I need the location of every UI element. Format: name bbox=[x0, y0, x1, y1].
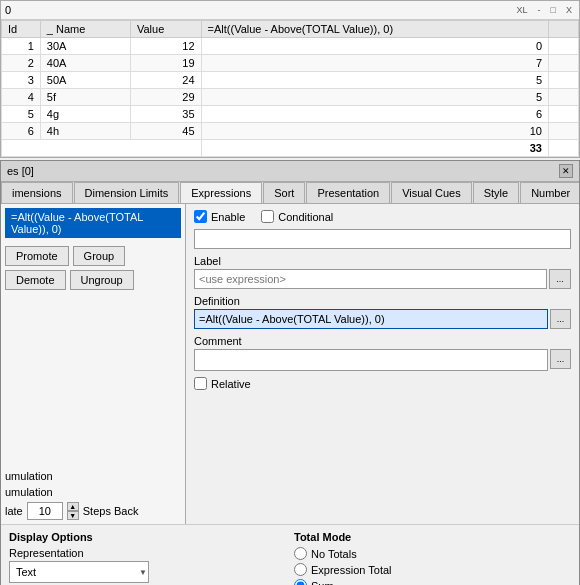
comment-title: Comment bbox=[194, 335, 571, 347]
comment-group: Comment ... bbox=[194, 335, 571, 371]
maximize-icon[interactable]: □ bbox=[548, 3, 559, 17]
sum-label: Sum bbox=[311, 580, 334, 586]
table-row[interactable]: 3 50A 24 5 bbox=[2, 72, 579, 89]
sum-row: Sum bbox=[294, 579, 571, 585]
table-row[interactable]: 6 4h 45 10 bbox=[2, 123, 579, 140]
cell-value: 19 bbox=[130, 55, 201, 72]
tab-style[interactable]: Style bbox=[473, 182, 519, 203]
cell-extra bbox=[549, 38, 579, 55]
cell-calc: 10 bbox=[201, 123, 548, 140]
tab-number[interactable]: Number bbox=[520, 182, 579, 203]
xl-icon[interactable]: XL bbox=[514, 3, 531, 17]
table-total-row: 33 bbox=[2, 140, 579, 157]
steps-input[interactable] bbox=[27, 502, 63, 520]
left-buttons: Promote Group Demote Ungroup bbox=[5, 246, 181, 290]
left-bottom: umulation umulation late ▲ ▼ Steps Back bbox=[5, 470, 181, 520]
representation-select[interactable]: Text Image Gauge Mini Chart bbox=[9, 561, 149, 583]
relative-checkbox-label[interactable]: Relative bbox=[194, 377, 251, 390]
cell-id: 5 bbox=[2, 106, 41, 123]
enable-checkbox-label[interactable]: Enable bbox=[194, 210, 245, 223]
cell-value: 35 bbox=[130, 106, 201, 123]
expression-total-radio[interactable] bbox=[294, 563, 307, 576]
cell-value: 29 bbox=[130, 89, 201, 106]
label-browse-button[interactable]: ... bbox=[549, 269, 571, 289]
total-mode: Total Mode No Totals Expression Total Su… bbox=[294, 531, 571, 585]
close-table-icon[interactable]: X bbox=[563, 3, 575, 17]
relative-row: Relative bbox=[194, 377, 571, 390]
cell-value: 45 bbox=[130, 123, 201, 140]
col-id[interactable]: Id bbox=[2, 21, 41, 38]
definition-input-row: ... bbox=[194, 309, 571, 329]
label-title: Label bbox=[194, 255, 571, 267]
conditional-checkbox-label[interactable]: Conditional bbox=[261, 210, 333, 223]
definition-browse-button[interactable]: ... bbox=[550, 309, 571, 329]
no-totals-row: No Totals bbox=[294, 547, 571, 560]
tab-expressions[interactable]: Expressions bbox=[180, 182, 262, 204]
table-window: 0 XL - □ X Id _ Name Value =Alt((Value -… bbox=[0, 0, 580, 158]
comment-browse-button[interactable]: ... bbox=[550, 349, 571, 369]
enable-label: Enable bbox=[211, 211, 245, 223]
label-input[interactable] bbox=[194, 269, 547, 289]
conditional-checkbox[interactable] bbox=[261, 210, 274, 223]
dialog-body: =Alt((Value - Above(TOTAL Value)), 0) Pr… bbox=[1, 204, 579, 524]
tab-presentation[interactable]: Presentation bbox=[306, 182, 390, 203]
cell-calc: 0 bbox=[201, 38, 548, 55]
label-group: Label ... bbox=[194, 255, 571, 289]
enable-checkbox[interactable] bbox=[194, 210, 207, 223]
expression-total-row: Expression Total bbox=[294, 563, 571, 576]
tab-dimensions[interactable]: imensions bbox=[1, 182, 73, 203]
close-dialog-button[interactable]: ✕ bbox=[559, 164, 573, 178]
ungroup-button[interactable]: Ungroup bbox=[70, 270, 134, 290]
table-row[interactable]: 5 4g 35 6 bbox=[2, 106, 579, 123]
cell-id: 6 bbox=[2, 123, 41, 140]
sum-radio[interactable] bbox=[294, 579, 307, 585]
table-row[interactable]: 4 5f 29 5 bbox=[2, 89, 579, 106]
cell-calc: 5 bbox=[201, 72, 548, 89]
display-options-title: Display Options bbox=[9, 531, 286, 543]
cell-calc: 7 bbox=[201, 55, 548, 72]
total-extra bbox=[549, 140, 579, 157]
cell-id: 3 bbox=[2, 72, 41, 89]
definition-group: Definition ... bbox=[194, 295, 571, 329]
no-totals-label: No Totals bbox=[311, 548, 357, 560]
cell-extra bbox=[549, 89, 579, 106]
total-mode-title: Total Mode bbox=[294, 531, 571, 543]
col-extra bbox=[549, 21, 579, 38]
representation-select-wrapper: Text Image Gauge Mini Chart ▼ bbox=[9, 561, 149, 583]
right-panel: Enable Conditional Label ... Definit bbox=[186, 204, 579, 524]
cell-extra bbox=[549, 123, 579, 140]
relative-checkbox[interactable] bbox=[194, 377, 207, 390]
table-row[interactable]: 2 40A 19 7 bbox=[2, 55, 579, 72]
relative-label: Relative bbox=[211, 378, 251, 390]
no-totals-radio[interactable] bbox=[294, 547, 307, 560]
expression-item[interactable]: =Alt((Value - Above(TOTAL Value)), 0) bbox=[5, 208, 181, 238]
demote-button[interactable]: Demote bbox=[5, 270, 66, 290]
cell-id: 1 bbox=[2, 38, 41, 55]
col-name[interactable]: _ Name bbox=[40, 21, 130, 38]
data-table: Id _ Name Value =Alt((Value - Above(TOTA… bbox=[1, 20, 579, 157]
promote-button[interactable]: Promote bbox=[5, 246, 69, 266]
group-button[interactable]: Group bbox=[73, 246, 126, 266]
cell-name: 40A bbox=[40, 55, 130, 72]
minimize-icon[interactable]: - bbox=[535, 3, 544, 17]
table-row[interactable]: 1 30A 12 0 bbox=[2, 38, 579, 55]
cell-calc: 6 bbox=[201, 106, 548, 123]
tab-visual-cues[interactable]: Visual Cues bbox=[391, 182, 472, 203]
cell-name: 4g bbox=[40, 106, 130, 123]
spin-up[interactable]: ▲ bbox=[67, 502, 79, 511]
top-empty-field bbox=[194, 229, 571, 249]
table-title: 0 bbox=[5, 4, 11, 16]
steps-row: late ▲ ▼ Steps Back bbox=[5, 502, 181, 520]
comment-input[interactable] bbox=[194, 349, 548, 371]
col-value[interactable]: Value bbox=[130, 21, 201, 38]
spin-down[interactable]: ▼ bbox=[67, 511, 79, 520]
dialog-titlebar: es [0] ✕ bbox=[1, 161, 579, 182]
total-label bbox=[2, 140, 202, 157]
definition-input[interactable] bbox=[194, 309, 548, 329]
dialog-title: es [0] bbox=[7, 165, 34, 177]
tab-dimension-limits[interactable]: Dimension Limits bbox=[74, 182, 180, 203]
tab-sort[interactable]: Sort bbox=[263, 182, 305, 203]
cell-id: 4 bbox=[2, 89, 41, 106]
col-calc[interactable]: =Alt((Value - Above(TOTAL Value)), 0) bbox=[201, 21, 548, 38]
top-text-input[interactable] bbox=[194, 229, 571, 249]
